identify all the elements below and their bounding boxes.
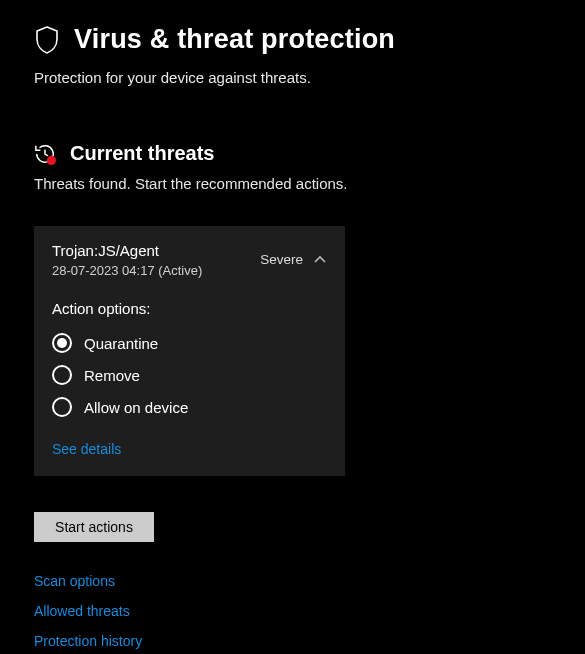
radio-remove[interactable]: Remove bbox=[52, 359, 327, 391]
radio-label: Quarantine bbox=[84, 335, 158, 352]
page-subtitle: Protection for your device against threa… bbox=[34, 69, 551, 86]
radio-quarantine[interactable]: Quarantine bbox=[52, 327, 327, 359]
svg-point-0 bbox=[47, 155, 56, 164]
threat-meta: 28-07-2023 04:17 (Active) bbox=[52, 263, 202, 278]
shield-icon bbox=[34, 26, 60, 54]
radio-label: Remove bbox=[84, 367, 140, 384]
section-subtitle: Threats found. Start the recommended act… bbox=[34, 175, 551, 192]
action-options-label: Action options: bbox=[52, 300, 327, 317]
threat-card: Trojan:JS/Agent 28-07-2023 04:17 (Active… bbox=[34, 226, 345, 476]
radio-allow[interactable]: Allow on device bbox=[52, 391, 327, 423]
protection-history-link[interactable]: Protection history bbox=[34, 626, 551, 654]
action-options-group: Quarantine Remove Allow on device bbox=[52, 327, 327, 423]
radio-indicator bbox=[52, 333, 72, 353]
section-title: Current threats bbox=[70, 142, 214, 165]
radio-indicator bbox=[52, 397, 72, 417]
chevron-up-icon bbox=[313, 253, 327, 267]
history-alert-icon bbox=[34, 143, 56, 165]
threat-severity-label: Severe bbox=[260, 252, 303, 267]
radio-indicator bbox=[52, 365, 72, 385]
see-details-link[interactable]: See details bbox=[52, 441, 121, 457]
radio-label: Allow on device bbox=[84, 399, 188, 416]
scan-options-link[interactable]: Scan options bbox=[34, 566, 551, 596]
threat-name: Trojan:JS/Agent bbox=[52, 242, 202, 259]
page-title: Virus & threat protection bbox=[74, 24, 395, 55]
allowed-threats-link[interactable]: Allowed threats bbox=[34, 596, 551, 626]
threat-severity-toggle[interactable]: Severe bbox=[260, 252, 327, 267]
start-actions-button[interactable]: Start actions bbox=[34, 512, 154, 542]
